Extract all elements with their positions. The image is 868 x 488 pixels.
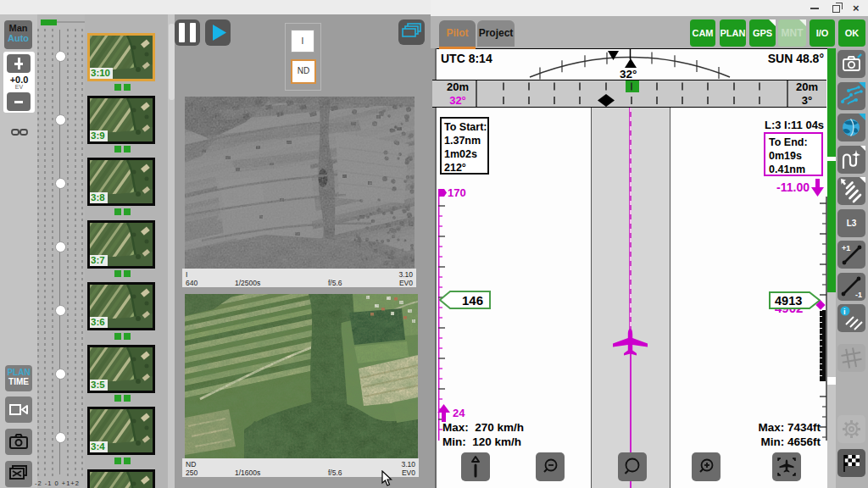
svg-text:-1: -1 [855,291,862,299]
svg-text:+1: +1 [842,244,850,252]
svg-text:4913: 4913 [775,294,802,308]
svg-text:i: i [843,308,846,316]
svg-text:146: 146 [462,293,483,308]
